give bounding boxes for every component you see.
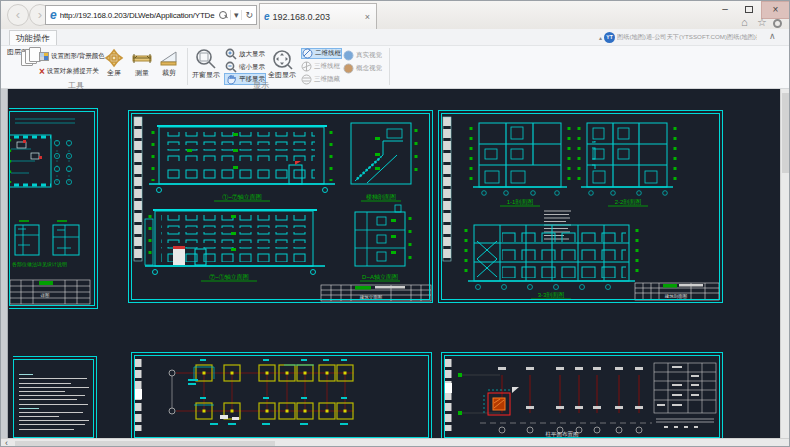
window-zoom-magnifier-icon bbox=[195, 48, 217, 70]
zoom-in-button[interactable]: 放大显示 bbox=[225, 48, 265, 60]
favorites-icon[interactable]: ☆ bbox=[757, 16, 767, 29]
visual-style-2d-wireframe[interactable]: 二维线框 bbox=[301, 48, 342, 59]
fullscreen-arrows-icon bbox=[104, 48, 124, 68]
back-button[interactable]: ‹ bbox=[7, 4, 29, 26]
realistic-sphere-icon bbox=[343, 50, 354, 61]
canvas-left-edge bbox=[1, 89, 8, 438]
visual-style-conceptual[interactable]: 概念视觉 bbox=[343, 63, 382, 74]
close-tab-icon[interactable]: × bbox=[359, 12, 376, 22]
notes-text-lines bbox=[13, 371, 93, 430]
forward-icon: › bbox=[38, 7, 42, 22]
refresh-icon[interactable]: ↻ bbox=[241, 10, 256, 20]
zoom-extents-icon bbox=[271, 48, 293, 70]
sheet-elevations: ①~⑦轴立面图 楼梯剖面图 bbox=[128, 110, 433, 303]
back-icon: ‹ bbox=[16, 7, 20, 22]
vertical-scrollbar-thumb[interactable] bbox=[782, 93, 790, 173]
conceptual-sphere-icon bbox=[343, 63, 354, 74]
minimize-button[interactable]: – bbox=[713, 1, 737, 19]
ribbon-body: 图层管理 设置图形/背景颜色 × 设置对象捕捉开关 全屏 bbox=[1, 45, 790, 88]
page-icon: e bbox=[46, 8, 60, 22]
sheet-column-plan: 柱平面布置图 bbox=[441, 352, 723, 438]
tab-favicon: e bbox=[260, 11, 273, 22]
watermark: ▴ YT 图纸(地图)通-公司天下(YTSSOFT.COM)图纸(地图)控件-试… bbox=[599, 31, 787, 44]
collapse-ribbon-icon[interactable]: ∧ bbox=[769, 31, 776, 41]
maximize-icon bbox=[745, 6, 753, 13]
ribbon: 功能操作 ▴ YT 图纸(地图)通-公司天下(YTSSOFT.COM)图纸(地图… bbox=[1, 29, 790, 89]
yt-logo-icon: YT bbox=[604, 32, 615, 43]
measure-button[interactable]: 测量 bbox=[129, 47, 155, 87]
sheet-foundation-plan bbox=[131, 352, 432, 438]
set-bg-color-button[interactable]: 设置图形/背景颜色 bbox=[39, 50, 105, 62]
scroll-left-icon[interactable]: ‹ bbox=[5, 438, 8, 447]
home-icon[interactable]: ⌂ bbox=[741, 16, 748, 28]
watermark-triangle-icon: ▴ bbox=[599, 34, 602, 41]
horizontal-scrollbar-thumb[interactable] bbox=[15, 441, 275, 447]
address-bar[interactable]: e http://192.168.0.203/DLWeb/Application… bbox=[45, 5, 257, 25]
zoom-out-icon bbox=[225, 61, 237, 73]
close-icon: × bbox=[773, 4, 779, 15]
watermark-text: 图纸(地图)通-公司天下(YTSSOFT.COM)图纸(地图)控件-试用版 bbox=[617, 33, 757, 42]
visual-style-3d-hidden[interactable]: 三维隐藏 bbox=[301, 74, 340, 85]
chevron-down-icon[interactable]: ▾ bbox=[230, 10, 242, 20]
search-icon[interactable] bbox=[219, 11, 228, 20]
set-osnap-button[interactable]: × 设置对象捕捉开关 bbox=[39, 65, 99, 77]
sheet-sections: 1-1剖面图 bbox=[438, 110, 723, 303]
browser-titlebar: ‹ › e http://192.168.0.203/DLWeb/Applica… bbox=[1, 1, 790, 29]
tab-title: 192.168.0.203 bbox=[273, 12, 359, 22]
sheet-plan-details: 各部位做法详见设计说明 详图 bbox=[9, 108, 98, 309]
visual-style-3d-wireframe[interactable]: 三维线框 bbox=[301, 61, 340, 72]
clip-wedge-icon bbox=[158, 48, 180, 68]
horizontal-scrollbar[interactable]: ‹ bbox=[1, 438, 790, 447]
vertical-scrollbar[interactable] bbox=[780, 89, 790, 438]
zoom-out-button[interactable]: 缩小显示 bbox=[225, 61, 265, 73]
ruler-icon bbox=[131, 48, 153, 68]
url-text[interactable]: http://192.168.0.203/DLWeb/Application/Y… bbox=[60, 11, 217, 20]
visual-style-realistic[interactable]: 真实视觉 bbox=[343, 50, 382, 61]
hidden-3d-icon bbox=[301, 74, 312, 85]
zoom-in-icon bbox=[225, 48, 237, 60]
minimize-icon: – bbox=[722, 3, 728, 14]
sheet-notes bbox=[13, 356, 97, 438]
wireframe-3d-icon bbox=[301, 61, 312, 72]
clip-button[interactable]: 裁剪 bbox=[157, 47, 181, 87]
browser-tab[interactable]: e 192.168.0.203 × bbox=[259, 3, 377, 29]
layer-manager-button[interactable]: 图层管理 bbox=[6, 47, 36, 87]
browser-window: ‹ › e http://192.168.0.203/DLWeb/Applica… bbox=[0, 0, 790, 447]
cad-canvas[interactable]: 各部位做法详见设计说明 详图 bbox=[1, 89, 780, 438]
ribbon-tab-operations[interactable]: 功能操作 bbox=[9, 30, 57, 45]
settings-gear-icon[interactable] bbox=[773, 19, 782, 28]
wireframe-2d-icon bbox=[302, 48, 313, 59]
window-zoom-button[interactable]: 开窗显示 bbox=[191, 47, 221, 87]
palette-icon bbox=[39, 52, 49, 61]
osnap-x-icon: × bbox=[39, 66, 45, 77]
